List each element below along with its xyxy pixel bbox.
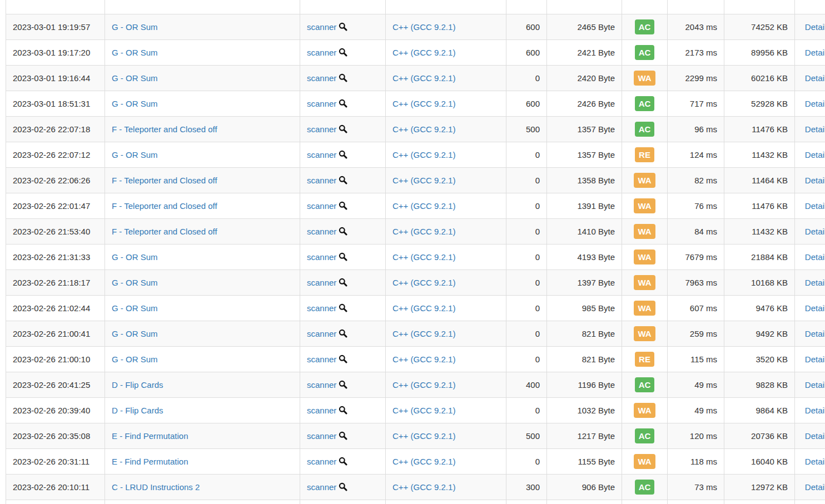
task-link[interactable]: E - Find Permutation xyxy=(112,431,188,441)
detail-link[interactable]: Detail xyxy=(805,73,825,83)
task-link[interactable]: G - OR Sum xyxy=(112,329,158,338)
user-link[interactable]: scanner xyxy=(307,201,336,211)
task-link[interactable]: G - OR Sum xyxy=(112,278,158,287)
detail-link[interactable]: Detail xyxy=(805,124,825,134)
detail-link[interactable]: Detail xyxy=(805,150,825,159)
user-link[interactable]: scanner xyxy=(307,176,336,185)
language-link[interactable]: C++ (GCC 9.2.1) xyxy=(392,48,455,57)
task-link[interactable]: G - OR Sum xyxy=(112,355,158,364)
language-link[interactable]: C++ (GCC 9.2.1) xyxy=(392,176,455,185)
user-link[interactable]: scanner xyxy=(307,431,336,441)
user-link[interactable]: scanner xyxy=(307,227,336,236)
detail-link[interactable]: Detail xyxy=(805,482,825,492)
language-link[interactable]: C++ (GCC 9.2.1) xyxy=(392,124,455,134)
task-link[interactable]: F - Teleporter and Closed off xyxy=(112,176,217,185)
task-link[interactable]: D - Flip Cards xyxy=(112,406,163,415)
language-link[interactable]: C++ (GCC 9.2.1) xyxy=(392,431,455,441)
user-link[interactable]: scanner xyxy=(307,73,336,83)
language-link[interactable]: C++ (GCC 9.2.1) xyxy=(392,329,455,338)
detail-link[interactable]: Detail xyxy=(805,355,825,364)
user-link[interactable]: scanner xyxy=(307,329,336,338)
search-icon[interactable] xyxy=(336,482,347,492)
header-cell-size xyxy=(547,0,622,14)
task-link[interactable]: D - Flip Cards xyxy=(112,380,163,390)
user-link[interactable]: scanner xyxy=(307,355,336,364)
detail-link[interactable]: Detail xyxy=(805,406,825,415)
user-link[interactable]: scanner xyxy=(307,124,336,134)
user-link[interactable]: scanner xyxy=(307,99,336,108)
language-link[interactable]: C++ (GCC 9.2.1) xyxy=(392,457,455,466)
user-cell: scanner xyxy=(300,321,386,347)
user-link[interactable]: scanner xyxy=(307,278,336,287)
language-link[interactable]: C++ (GCC 9.2.1) xyxy=(392,380,455,390)
search-icon[interactable] xyxy=(336,48,347,57)
search-icon[interactable] xyxy=(336,252,347,262)
search-icon[interactable] xyxy=(336,176,347,185)
language-link[interactable]: C++ (GCC 9.2.1) xyxy=(392,22,455,32)
user-link[interactable]: scanner xyxy=(307,380,336,390)
user-link[interactable]: scanner xyxy=(307,406,336,415)
language-link[interactable]: C++ (GCC 9.2.1) xyxy=(392,252,455,262)
detail-link[interactable]: Detail xyxy=(805,22,825,32)
search-icon[interactable] xyxy=(336,150,347,159)
detail-link[interactable]: Detail xyxy=(805,329,825,338)
detail-link[interactable]: Detail xyxy=(805,431,825,441)
search-icon[interactable] xyxy=(336,278,347,287)
detail-link[interactable]: Detail xyxy=(805,380,825,390)
user-link[interactable]: scanner xyxy=(307,482,336,492)
task-link[interactable]: G - OR Sum xyxy=(112,99,158,108)
language-link[interactable]: C++ (GCC 9.2.1) xyxy=(392,73,455,83)
search-icon[interactable] xyxy=(336,406,347,415)
search-icon[interactable] xyxy=(336,124,347,134)
user-link[interactable]: scanner xyxy=(307,48,336,57)
search-icon[interactable] xyxy=(336,431,347,441)
search-icon[interactable] xyxy=(336,73,347,83)
language-link[interactable]: C++ (GCC 9.2.1) xyxy=(392,278,455,287)
user-link[interactable]: scanner xyxy=(307,303,336,313)
task-link[interactable]: G - OR Sum xyxy=(112,48,158,57)
task-link[interactable]: G - OR Sum xyxy=(112,303,158,313)
user-link[interactable]: scanner xyxy=(307,457,336,466)
search-icon[interactable] xyxy=(336,355,347,364)
status-cell: WA xyxy=(622,168,668,193)
language-link[interactable]: C++ (GCC 9.2.1) xyxy=(392,201,455,211)
language-link[interactable]: C++ (GCC 9.2.1) xyxy=(392,227,455,236)
search-icon[interactable] xyxy=(336,201,347,211)
detail-link[interactable]: Detail xyxy=(805,99,825,108)
submission-row: 2023-02-26 20:41:25D - Flip Cardsscanner… xyxy=(6,372,825,398)
task-link[interactable]: E - Find Permutation xyxy=(112,457,188,466)
task-link[interactable]: F - Teleporter and Closed off xyxy=(112,201,217,211)
language-link[interactable]: C++ (GCC 9.2.1) xyxy=(392,355,455,364)
language-link[interactable]: C++ (GCC 9.2.1) xyxy=(392,406,455,415)
task-link[interactable]: G - OR Sum xyxy=(112,252,158,262)
task-link[interactable]: G - OR Sum xyxy=(112,73,158,83)
language-link[interactable]: C++ (GCC 9.2.1) xyxy=(392,303,455,313)
search-icon[interactable] xyxy=(336,22,347,32)
detail-link[interactable]: Detail xyxy=(805,303,825,313)
task-link[interactable]: C - LRUD Instructions 2 xyxy=(112,482,200,492)
search-icon[interactable] xyxy=(336,329,347,338)
task-link[interactable]: G - OR Sum xyxy=(112,150,158,159)
task-link[interactable]: F - Teleporter and Closed off xyxy=(112,124,217,134)
search-icon[interactable] xyxy=(336,303,347,313)
detail-link[interactable]: Detail xyxy=(805,278,825,287)
language-link[interactable]: C++ (GCC 9.2.1) xyxy=(392,99,455,108)
user-link[interactable]: scanner xyxy=(307,22,336,32)
detail-link[interactable]: Detail xyxy=(805,457,825,466)
search-icon[interactable] xyxy=(336,380,347,390)
detail-link[interactable]: Detail xyxy=(805,201,825,211)
language-link[interactable]: C++ (GCC 9.2.1) xyxy=(392,150,455,159)
language-link[interactable]: C++ (GCC 9.2.1) xyxy=(392,482,455,492)
search-icon[interactable] xyxy=(336,227,347,236)
user-link[interactable]: scanner xyxy=(307,150,336,159)
detail-link[interactable]: Detail xyxy=(805,227,825,236)
search-icon[interactable] xyxy=(336,99,347,108)
detail-link[interactable]: Detail xyxy=(805,252,825,262)
header-cell-memory xyxy=(724,0,795,14)
task-link[interactable]: F - Teleporter and Closed off xyxy=(112,227,217,236)
search-icon[interactable] xyxy=(336,457,347,466)
task-link[interactable]: G - OR Sum xyxy=(112,22,158,32)
detail-link[interactable]: Detail xyxy=(805,48,825,57)
detail-link[interactable]: Detail xyxy=(805,176,825,185)
user-link[interactable]: scanner xyxy=(307,252,336,262)
